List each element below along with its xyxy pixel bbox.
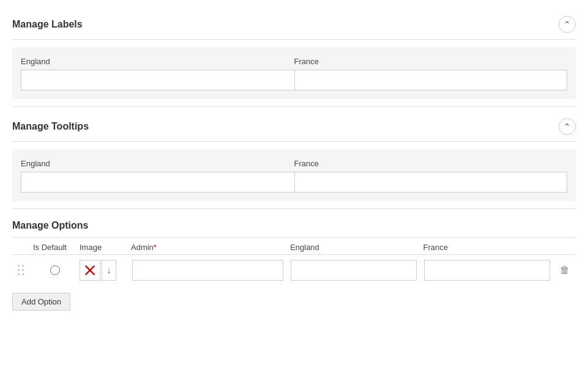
manage-tooltips-title: Manage Tooltips [12,121,89,132]
manage-labels-france-label: France [294,53,568,70]
chevron-up-icon-2: ⌃ [564,122,571,131]
trash-icon: 🗑 [560,265,570,275]
divider-2 [12,208,576,209]
manage-labels-england-col: England [21,53,294,90]
england-cell [287,260,420,281]
admin-cell [128,260,287,281]
image-upload-button[interactable] [80,260,100,281]
england-option-input[interactable] [291,260,417,281]
add-option-button[interactable]: Add Option [12,293,70,311]
options-col-england-header: England [288,243,420,252]
manage-labels-france-input[interactable] [294,70,568,90]
delete-row-button[interactable]: 🗑 [557,262,572,278]
sort-down-button[interactable]: ↓ [102,260,116,281]
manage-tooltips-section: Manage Tooltips ⌃ England France [12,112,576,201]
manage-tooltips-france-input[interactable] [294,172,568,193]
manage-labels-lang-row: England France [21,53,567,90]
drag-dots-icon [18,265,25,276]
manage-labels-england-label: England [21,53,294,70]
france-option-input[interactable] [424,260,550,281]
pencil-icon [83,264,97,277]
admin-input[interactable] [132,260,283,281]
table-row: ↓ 🗑 [12,255,576,286]
manage-tooltips-header: Manage Tooltips ⌃ [12,112,576,142]
is-default-cell [31,265,80,275]
manage-labels-collapse-button[interactable]: ⌃ [559,16,576,33]
manage-tooltips-england-input[interactable] [21,172,294,193]
options-col-image-header: Image [80,243,128,252]
delete-cell: 🗑 [554,262,576,278]
manage-tooltips-france-label: France [294,155,568,172]
manage-tooltips-france-col: France [294,155,568,193]
manage-tooltips-collapse-button[interactable]: ⌃ [559,118,576,135]
options-col-admin-header: Admin* [128,243,288,252]
manage-tooltips-england-col: England [21,155,294,193]
manage-labels-header: Manage Labels ⌃ [12,10,576,40]
is-default-radio[interactable] [50,265,60,275]
options-header-row: Is Default Image Admin* England France [12,238,576,255]
france-cell [420,260,554,281]
drag-handle[interactable] [12,265,31,276]
image-cell: ↓ [80,260,128,281]
manage-tooltips-content: England France [12,149,576,201]
options-col-france-header: France [421,243,554,252]
divider-1 [12,106,576,107]
manage-options-header: Manage Options [12,214,576,238]
admin-required-star: * [154,243,157,252]
chevron-up-icon: ⌃ [564,20,571,29]
manage-tooltips-england-label: England [21,155,294,172]
page-container: Manage Labels ⌃ England France Manage To… [0,0,588,320]
manage-labels-england-input[interactable] [21,70,294,90]
manage-options-title: Manage Options [12,220,88,231]
options-col-default-header: Is Default [31,243,80,252]
sort-down-icon: ↓ [107,265,111,275]
manage-tooltips-lang-row: England France [21,155,567,193]
manage-labels-content: England France [12,47,576,99]
manage-labels-france-col: France [294,53,568,90]
manage-labels-title: Manage Labels [12,19,83,30]
manage-options-section: Manage Options Is Default Image Admin* E… [12,214,576,311]
manage-labels-section: Manage Labels ⌃ England France [12,10,576,99]
